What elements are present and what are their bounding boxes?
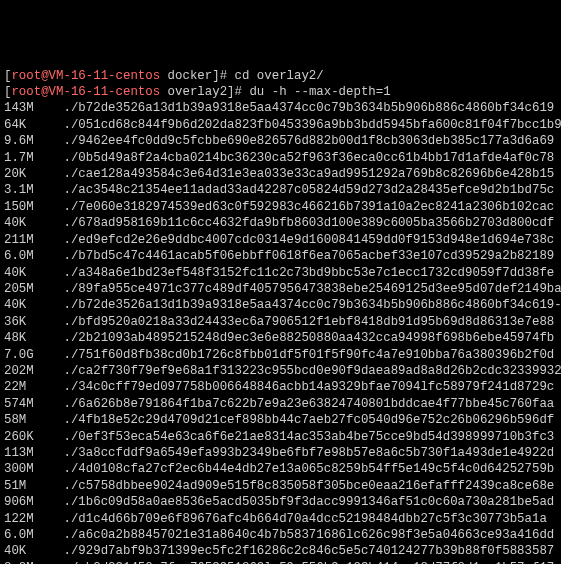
du-row: 122M ./d1c4d66b709e6f89676afc4b664d70a4d… — [4, 511, 557, 527]
du-row: 574M ./6a626b8e791864f1ba7c622b7e9a23e63… — [4, 396, 557, 412]
du-row: 58M ./4fb18e52c29d4709d21cef898bb44c7aeb… — [4, 412, 557, 428]
path-cell: ./ac3548c21354ee11adad33ad42287c05824d59… — [64, 183, 555, 197]
path-cell: ./2b21093ab4895215248d9ec3e6e88250880aa4… — [64, 331, 555, 345]
size-cell: 260K — [4, 429, 64, 445]
path-cell: ./1b6c09d58a0ae8536e5acd5035bf9f3dacc999… — [64, 495, 555, 509]
du-row: 40K ./678ad958169b11c6cc4632fda9bfb8603d… — [4, 215, 557, 231]
path-cell: ./ed9efcd2e26e9ddbc4007cdc0314e9d1600841… — [64, 233, 555, 247]
size-cell: 906M — [4, 494, 64, 510]
size-cell: 143M — [4, 100, 64, 116]
du-row: 7.0G ./751f60d8fb38cd0b1726c8fbb01df5f01… — [4, 347, 557, 363]
du-row: 48K ./2b21093ab4895215248d9ec3e6e8825088… — [4, 330, 557, 346]
path-cell: ./a348a6e1bd23ef548f3152fc11c2c73bd9bbc5… — [64, 266, 555, 280]
path-cell: ./bfd9520a0218a33d24433ec6a7906512f1ebf8… — [64, 315, 555, 329]
path-cell: ./929d7abf9b371399ec5fc2f16286c2c846c5e5… — [64, 544, 555, 558]
size-cell: 1.7M — [4, 150, 64, 166]
size-cell: 36K — [4, 314, 64, 330]
size-cell: 150M — [4, 199, 64, 215]
du-row: 113M ./3a8ccfddf9a6549efa993b2349be6fbf7… — [4, 445, 557, 461]
path-cell: ./a6c0a2b88457021e31a8640c4b7b58371686lc… — [64, 528, 555, 542]
path-cell: ./4fb18e52c29d4709d21cef898bb44c7aeb27fc… — [64, 413, 555, 427]
du-row: 22M ./34c0cff79ed097758b006648846acbb14a… — [4, 379, 557, 395]
size-cell: 22M — [4, 379, 64, 395]
size-cell: 574M — [4, 396, 64, 412]
path-cell: ./9462ee4fc0dd9c5fcbbe690e826576d882b00d… — [64, 134, 555, 148]
path-cell: ./b72de3526a13d1b39a9318e5aa4374cc0c79b3… — [64, 298, 562, 312]
path-cell: ./cae128a493584c3e64d31e3ea033e33ca9ad99… — [64, 167, 555, 181]
du-row: 51M ./c5758dbbee9024ad909e515f8c835058f3… — [4, 478, 557, 494]
du-row: 64K ./051cd68c844f9b6d202da823fb0453396a… — [4, 117, 557, 133]
path-cell: ./d1c4d66b709e6f89676afc4b664d70a4dcc521… — [64, 512, 547, 526]
du-row: 9.6M ./9462ee4fc0dd9c5fcbbe690e826576d88… — [4, 133, 557, 149]
du-row: 40K ./929d7abf9b371399ec5fc2f16286c2c846… — [4, 543, 557, 559]
size-cell: 300M — [4, 461, 64, 477]
du-row: 202M ./ca2f730f79ef9e68a1f313223c955bcd0… — [4, 363, 557, 379]
shell-prompt[interactable]: [root@VM-16-11-centos docker]# cd overla… — [4, 68, 557, 84]
du-row: 40K ./a348a6e1bd23ef548f3152fc11c2c73bd9… — [4, 265, 557, 281]
size-cell: 211M — [4, 232, 64, 248]
path-cell: ./7e060e3182974539ed63c0f592983c466216b7… — [64, 200, 555, 214]
path-cell: ./89fa955ce4971c377c489df4057956473838eb… — [64, 282, 562, 296]
size-cell: 20K — [4, 166, 64, 182]
size-cell: 48K — [4, 330, 64, 346]
size-cell: 205M — [4, 281, 64, 297]
du-row: 40K ./b72de3526a13d1b39a9318e5aa4374cc0c… — [4, 297, 557, 313]
size-cell: 113M — [4, 445, 64, 461]
path-cell: ./051cd68c844f9b6d202da823fb0453396a9bb3… — [64, 118, 562, 132]
size-cell: 122M — [4, 511, 64, 527]
path-cell: ./34c0cff79ed097758b006648846acbb14a9329… — [64, 380, 555, 394]
du-row: 906M ./1b6c09d58a0ae8536e5acd5035bf9f3da… — [4, 494, 557, 510]
path-cell: ./ca2f730f79ef9e68a1f313223c955bcd0e90f9… — [64, 364, 562, 378]
size-cell: 202M — [4, 363, 64, 379]
du-row: 36K ./bfd9520a0218a33d24433ec6a7906512f1… — [4, 314, 557, 330]
du-row: 143M ./b72de3526a13d1b39a9318e5aa4374cc0… — [4, 100, 557, 116]
size-cell: 40K — [4, 297, 64, 313]
path-cell: ./751f60d8fb38cd0b1726c8fbb01df5f01f5f90… — [64, 348, 555, 362]
path-cell: ./0ef3f53eca54e63ca6f6e21ae8314ac353ab4b… — [64, 430, 555, 444]
path-cell: ./4d0108cfa27cf2ec6b44e4db27e13a065c8259… — [64, 462, 555, 476]
size-cell: 58M — [4, 412, 64, 428]
path-cell: ./b7bd5c47c4461acab5f06ebbff0618f6ea7065… — [64, 249, 555, 263]
size-cell: 7.0G — [4, 347, 64, 363]
size-cell: 6.0M — [4, 248, 64, 264]
du-row: 150M ./7e060e3182974539ed63c0f592983c466… — [4, 199, 557, 215]
path-cell: ./3a8ccfddf9a6549efa993b2349be6fbf7e98b5… — [64, 446, 555, 460]
du-row: 300M ./4d0108cfa27cf2ec6b44e4db27e13a065… — [4, 461, 557, 477]
du-row: 260K ./0ef3f53eca54e63ca6f6e21ae8314ac35… — [4, 429, 557, 445]
size-cell: 6.0M — [4, 527, 64, 543]
du-row: 211M ./ed9efcd2e26e9ddbc4007cdc0314e9d16… — [4, 232, 557, 248]
du-row: 205M ./89fa955ce4971c377c489df4057956473… — [4, 281, 557, 297]
du-row: 3.1M ./ac3548c21354ee11adad33ad42287c058… — [4, 182, 557, 198]
shell-prompt[interactable]: [root@VM-16-11-centos overlay2]# du -h -… — [4, 84, 557, 100]
du-row: 6.0M ./b7bd5c47c4461acab5f06ebbff0618f6e… — [4, 248, 557, 264]
terminal-output: [root@VM-16-11-centos docker]# cd overla… — [4, 68, 557, 564]
size-cell: 40K — [4, 543, 64, 559]
du-row: 8.2M ./cb2d231450e7fec7653951863le59a556… — [4, 560, 557, 564]
size-cell: 9.6M — [4, 133, 64, 149]
path-cell: ./c5758dbbee9024ad909e515f8c835058f305bc… — [64, 479, 555, 493]
path-cell: ./6a626b8e791864f1ba7c622b7e9a23e6382474… — [64, 397, 555, 411]
size-cell: 64K — [4, 117, 64, 133]
du-row: 1.7M ./0b5d49a8f2a4cba0214bc36230ca52f96… — [4, 150, 557, 166]
path-cell: ./0b5d49a8f2a4cba0214bc36230ca52f963f36e… — [64, 151, 555, 165]
size-cell: 40K — [4, 265, 64, 281]
path-cell: ./678ad958169b11c6cc4632fda9bfb8603d100e… — [64, 216, 555, 230]
size-cell: 51M — [4, 478, 64, 494]
size-cell: 40K — [4, 215, 64, 231]
du-row: 20K ./cae128a493584c3e64d31e3ea033e33ca9… — [4, 166, 557, 182]
du-row: 6.0M ./a6c0a2b88457021e31a8640c4b7b58371… — [4, 527, 557, 543]
size-cell: 3.1M — [4, 182, 64, 198]
path-cell: ./b72de3526a13d1b39a9318e5aa4374cc0c79b3… — [64, 101, 555, 115]
size-cell: 8.2M — [4, 560, 64, 564]
